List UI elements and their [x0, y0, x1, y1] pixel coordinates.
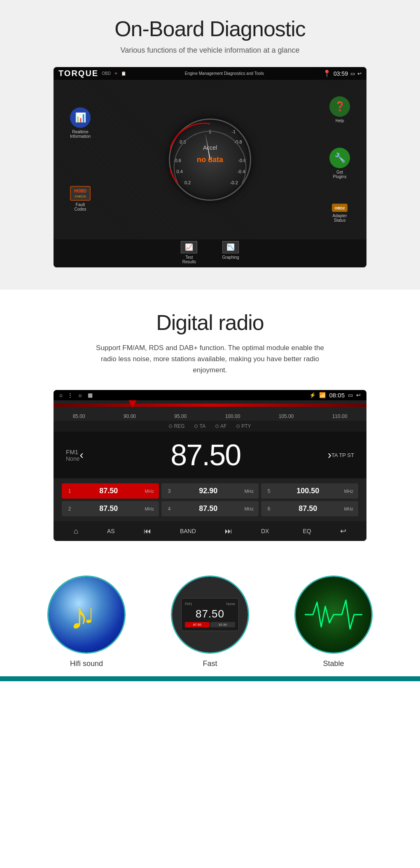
- torque-plugins-icon[interactable]: 🔧 GetPlugins: [329, 148, 350, 179]
- radio-presets: 1 87.50 MHz 3 92.90 MHz 5 100.50 MHz 2 8…: [54, 478, 366, 521]
- radio-title: Digital radio: [25, 310, 395, 335]
- preset-mhz-6: MHz: [344, 506, 353, 511]
- radio-fm-label: FM1: [66, 448, 79, 455]
- obd-section: On-Board Diagnostic Various functions of…: [0, 0, 420, 290]
- preset-num-4: 4: [166, 506, 172, 512]
- radio-prev-btn[interactable]: ⏮: [144, 527, 151, 536]
- next-arrow[interactable]: ›: [328, 448, 331, 462]
- stable-label: Stable: [323, 659, 344, 668]
- music-inner: ♪ ♩: [49, 577, 124, 652]
- torque-realtime-icon[interactable]: 📊 RealtimeInformation: [70, 107, 91, 139]
- reg-option[interactable]: REG: [169, 423, 184, 429]
- preset-num-6: 6: [266, 506, 272, 512]
- torque-fault-icon[interactable]: HOBD CHECK FaultCodes: [70, 186, 90, 211]
- battery-icon: ▭: [348, 392, 353, 398]
- screenshot-icon[interactable]: ▦: [88, 392, 93, 398]
- prev-arrow[interactable]: ‹: [79, 448, 83, 462]
- torque-time: 03:59: [334, 70, 348, 77]
- preset-freq-2: 87.50: [76, 504, 141, 513]
- radio-inner: FM1 None 87.50 87.50 92.90: [172, 577, 248, 652]
- feature-hifi: ♪ ♩ Hifi sound: [41, 576, 132, 668]
- radio-next-btn[interactable]: ⏭: [225, 527, 232, 536]
- torque-obd2-icon[interactable]: OBD2 AdapterStatus: [332, 204, 347, 223]
- radio-freq-labels: 85.00 90.00 95.00 100.00 105.00 110.00: [54, 413, 366, 419]
- music-note-svg: ♪ ♩: [66, 590, 107, 639]
- fast-circle: FM1 None 87.50 87.50 92.90: [171, 576, 249, 654]
- preset-freq-5: 100.50: [275, 487, 341, 495]
- radio-screenshot: ⌂ ⋮ ☼ ▦ ⚡ 📶 08:05 ▭ ↩ 85.00: [54, 390, 366, 541]
- preset-4[interactable]: 4 87.50 MHz: [161, 501, 259, 516]
- preset-6[interactable]: 6 87.50 MHz: [261, 501, 358, 516]
- freq-label-4: 100.00: [225, 413, 240, 419]
- brightness-icon[interactable]: ☼: [78, 392, 83, 398]
- radio-dx-btn[interactable]: DX: [256, 525, 274, 537]
- preset-num-5: 5: [266, 488, 272, 494]
- preset-mhz-1: MHz: [145, 489, 154, 494]
- radio-as-btn[interactable]: AS: [102, 525, 120, 537]
- af-option[interactable]: AF: [215, 423, 226, 429]
- preset-1[interactable]: 1 87.50 MHz: [62, 483, 159, 499]
- preset-freq-1: 87.50: [76, 487, 141, 495]
- preset-mhz-4: MHz: [244, 506, 254, 511]
- home-icon[interactable]: ⌂: [59, 392, 63, 398]
- menu-icon[interactable]: ⋮: [68, 392, 73, 398]
- torque-statusbar: TORQUE OBD ☀ 📋 Engine Management Diagnos…: [54, 67, 366, 80]
- radio-section: Digital radio Support FM/AM, RDS and DAB…: [0, 290, 420, 564]
- preset-num-3: 3: [166, 488, 172, 494]
- preset-mhz-2: MHz: [145, 506, 154, 511]
- radio-main-display: FM1 None ‹ 87.50 › TA TP ST: [54, 432, 366, 478]
- obd-screenshot: TORQUE OBD ☀ 📋 Engine Management Diagnos…: [54, 67, 366, 267]
- radio-station-name: None: [66, 455, 79, 462]
- bottom-bar: [0, 676, 420, 681]
- bluetooth-icon: ⚡: [309, 392, 316, 398]
- freq-label-2: 90.00: [124, 413, 136, 419]
- ta-option[interactable]: TA: [194, 423, 205, 429]
- pty-option[interactable]: PTY: [236, 423, 251, 429]
- radio-screen: ⌂ ⋮ ☼ ▦ ⚡ 📶 08:05 ▭ ↩ 85.00: [54, 390, 366, 541]
- radio-time: 08:05: [329, 392, 345, 399]
- freq-label-1: 85.00: [73, 413, 85, 419]
- signal-inner: [296, 577, 371, 652]
- heartbeat-svg: [305, 598, 362, 631]
- preset-5[interactable]: 5 100.50 MHz: [261, 483, 358, 499]
- preset-mhz-3: MHz: [244, 489, 254, 494]
- torque-logo: TORQUE: [58, 69, 98, 78]
- preset-freq-4: 87.50: [175, 504, 241, 513]
- fast-label: Fast: [203, 659, 217, 668]
- gauge-nodata: no data: [197, 155, 223, 163]
- preset-freq-3: 92.90: [175, 487, 241, 495]
- torque-graph-icon[interactable]: 📉 Graphing: [222, 241, 239, 264]
- radio-freq-track: [54, 404, 366, 407]
- radio-freq-bar[interactable]: 85.00 90.00 95.00 100.00 105.00 110.00: [54, 400, 366, 421]
- preset-num-2: 2: [67, 506, 72, 512]
- radio-statusbar: ⌂ ⋮ ☼ ▦ ⚡ 📶 08:05 ▭ ↩: [54, 390, 366, 400]
- radio-eq-btn[interactable]: EQ: [298, 525, 316, 537]
- back-icon[interactable]: ↩: [356, 392, 361, 398]
- preset-3[interactable]: 3 92.90 MHz: [161, 483, 259, 499]
- hifi-label: Hifi sound: [70, 659, 103, 668]
- obd-subtitle: Various functions of the vehicle informa…: [25, 46, 395, 55]
- torque-test-icon[interactable]: 📈 TestResults: [181, 241, 197, 264]
- stable-circle: [294, 576, 373, 654]
- radio-back-ctrl[interactable]: ↩: [340, 527, 346, 536]
- radio-home-ctrl[interactable]: ⌂: [74, 527, 78, 536]
- torque-tagline: Engine Management Diagnostics and Tools: [185, 71, 264, 76]
- torque-screen: TORQUE OBD ☀ 📋 Engine Management Diagnos…: [54, 67, 366, 267]
- radio-station-info: FM1 None: [66, 448, 79, 462]
- features-section: ♪ ♩ Hifi sound FM1 None 87.50 87.50: [0, 563, 420, 676]
- radio-frequency-display: 87.50: [84, 438, 328, 472]
- radio-ta-info: TA TP ST: [331, 452, 354, 458]
- svg-text:♩: ♩: [84, 604, 94, 627]
- gauge-label: Accel: [203, 144, 217, 151]
- radio-band-btn[interactable]: BAND: [175, 525, 201, 537]
- radio-options: REG TA AF PTY: [54, 421, 366, 432]
- feature-stable: Stable: [288, 576, 379, 668]
- torque-gauge: 1 -1 0.8 -0.8 0.6 -0.6 0.4 -0.4 0.2 -0.2: [169, 118, 251, 201]
- radio-controls: ⌂ AS ⏮ BAND ⏭ DX EQ ↩: [54, 521, 366, 541]
- freq-label-6: 110.00: [332, 413, 348, 419]
- torque-help-icon[interactable]: ❓ Help: [329, 96, 350, 123]
- preset-2[interactable]: 2 87.50 MHz: [62, 501, 159, 516]
- freq-label-3: 95.00: [174, 413, 187, 419]
- radio-description: Support FM/AM, RDS and DAB+ function. Th…: [91, 342, 329, 376]
- feature-fast: FM1 None 87.50 87.50 92.90 Fast: [165, 576, 255, 668]
